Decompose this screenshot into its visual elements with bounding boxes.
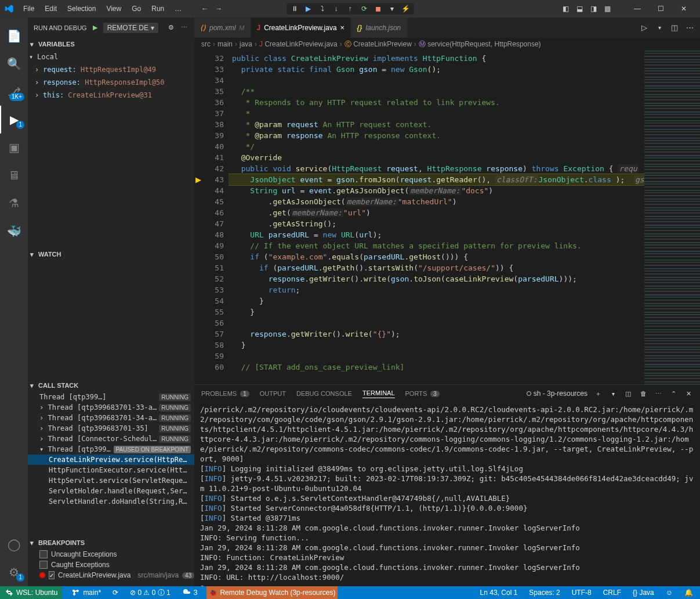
- code-line[interactable]: *: [229, 108, 644, 119]
- code-line[interactable]: .get(memberName:"url"): [229, 207, 644, 218]
- thread-row[interactable]: › Thread [qtp399683701-33-acce…RUNNING: [28, 402, 194, 413]
- tab-close-icon[interactable]: ×: [340, 23, 345, 32]
- remote-indicator[interactable]: WSL: Ubuntu: [0, 586, 62, 599]
- code-line[interactable]: @Override: [229, 152, 644, 163]
- code-line[interactable]: [229, 317, 644, 329]
- code-line[interactable]: * Responds to any HTTP request related t…: [229, 97, 644, 108]
- notifications-icon[interactable]: 🔔: [682, 589, 695, 597]
- start-debug-icon[interactable]: ▶: [90, 23, 100, 33]
- code-line[interactable]: .getAsString();: [229, 218, 644, 229]
- code-line[interactable]: [229, 351, 644, 362]
- breadcrumb-item[interactable]: java: [240, 40, 252, 48]
- step-into-icon[interactable]: ↓: [332, 4, 341, 13]
- menu-view[interactable]: View: [101, 2, 126, 15]
- code-line[interactable]: URL parsedURL = new URL(url);: [229, 229, 644, 240]
- panel-bottom-icon[interactable]: ⬓: [575, 4, 584, 13]
- more-icon[interactable]: ⋯: [179, 23, 188, 33]
- breakpoint-row[interactable]: Uncaught Exceptions: [28, 549, 194, 560]
- breadcrumb-item[interactable]: Ⓒ CreateLinkPreview: [344, 39, 412, 49]
- stop-icon[interactable]: ◼: [373, 4, 383, 13]
- variable-row[interactable]: ›response: HttpResponseImpl@50: [28, 76, 194, 89]
- scope-local[interactable]: ▾Local: [28, 50, 194, 63]
- panel-close-icon[interactable]: ✕: [684, 389, 693, 398]
- code-line[interactable]: .getAsJsonObject(memberName:"matchedUrl"…: [229, 196, 644, 207]
- section-breakpoints-header[interactable]: ▾BREAKPOINTS: [28, 536, 194, 549]
- editor-tab[interactable]: JCreateLinkPreview.java×: [251, 17, 351, 38]
- debug-settings-icon[interactable]: ⚙: [166, 23, 176, 33]
- thread-row[interactable]: › Thread [qtp399683701-34-acce…RUNNING: [28, 413, 194, 423]
- menu-file[interactable]: File: [19, 2, 39, 15]
- code-line[interactable]: */: [229, 141, 644, 152]
- minimap[interactable]: [644, 50, 700, 384]
- run-debug-icon[interactable]: ▶1: [0, 106, 28, 133]
- code-line[interactable]: }: [229, 306, 644, 317]
- stack-frame[interactable]: HttpServlet.service(ServletRequest,S: [28, 475, 194, 486]
- continue-icon[interactable]: ▶: [304, 4, 313, 13]
- extensions-icon[interactable]: ▣: [0, 133, 28, 161]
- debug-status[interactable]: 🐞 Remote Debug Watch (3p-resources): [206, 586, 338, 599]
- thread-row[interactable]: › Thread [Connector-Scheduler-…RUNNING: [28, 434, 194, 444]
- breakpoint-checkbox[interactable]: [49, 571, 55, 579]
- breadcrumb-item[interactable]: main: [217, 40, 233, 48]
- language-mode[interactable]: {} Java: [630, 589, 657, 597]
- breadcrumbs[interactable]: src›main›java›J CreateLinkPreview.java›Ⓒ…: [194, 38, 700, 50]
- breakpoint-checkbox[interactable]: [39, 561, 48, 569]
- debug-config-select[interactable]: Remote De▾: [103, 23, 158, 33]
- terminal-dropdown-icon[interactable]: ▾: [608, 389, 618, 398]
- menu-selection[interactable]: Selection: [63, 2, 100, 15]
- close-icon[interactable]: ✕: [672, 0, 695, 17]
- terminal-output[interactable]: /pierrick/.m2/repository/io/cloudevents/…: [194, 402, 700, 586]
- stack-frame[interactable]: ServletHandler.doHandle(String,Reque: [28, 496, 194, 507]
- accounts-icon[interactable]: ◯: [0, 531, 28, 558]
- nav-forward-icon[interactable]: →: [214, 4, 223, 13]
- breadcrumb-item[interactable]: J CreateLinkPreview.java: [259, 40, 338, 48]
- cursor-position[interactable]: Ln 43, Col 1: [478, 589, 520, 597]
- restart-icon[interactable]: ⟳: [360, 4, 369, 13]
- dropdown-icon[interactable]: ▾: [387, 4, 397, 13]
- code-line[interactable]: if ("example.com".equals(parsedURL.getHo…: [229, 251, 644, 262]
- code-line[interactable]: String url = event.getAsJsonObject(membe…: [229, 185, 644, 196]
- eol[interactable]: CRLF: [601, 589, 623, 597]
- code-line[interactable]: * @param request An HTTP request context…: [229, 119, 644, 130]
- sync-icon[interactable]: ⟳: [110, 589, 121, 597]
- hot-reload-icon[interactable]: ⚡: [401, 4, 411, 13]
- code-line[interactable]: JsonObject event = gson.fromJson(request…: [229, 174, 644, 185]
- new-terminal-icon[interactable]: ＋: [593, 389, 603, 398]
- code-line[interactable]: /**: [229, 86, 644, 97]
- pause-icon[interactable]: ⏸: [290, 4, 299, 13]
- kill-terminal-icon[interactable]: 🗑: [639, 389, 648, 398]
- code-line[interactable]: public void service(HttpRequest request,…: [229, 163, 644, 174]
- explorer-icon[interactable]: 📄: [0, 22, 28, 50]
- code-line[interactable]: }: [229, 340, 644, 351]
- menu-edit[interactable]: Edit: [40, 2, 61, 15]
- breadcrumb-item[interactable]: Ⓜ service(HttpRequest, HttpResponse): [419, 39, 541, 49]
- code-line[interactable]: // [START add_ons_case_preview_link]: [229, 362, 644, 373]
- remote-explorer-icon[interactable]: 🖥: [0, 161, 28, 189]
- more-actions-icon[interactable]: ⋯: [685, 23, 694, 33]
- code-line[interactable]: if (parsedURL.getPath().startsWith("/sup…: [229, 262, 644, 273]
- step-over-icon[interactable]: ⤵: [318, 4, 327, 13]
- panel-tab-ports[interactable]: PORTS3: [405, 389, 440, 398]
- code-line[interactable]: response.getWriter().write(gson.toJson(c…: [229, 273, 644, 284]
- feedback-icon[interactable]: ☺: [663, 589, 675, 597]
- menu-…[interactable]: …: [170, 2, 186, 15]
- panel-tab-terminal[interactable]: TERMINAL: [362, 389, 395, 398]
- layout-icon[interactable]: ▦: [603, 4, 612, 13]
- problems-status[interactable]: ⊘ 0 ⚠ 0 ⓘ 1: [128, 588, 173, 598]
- caret-down-icon[interactable]: ▾: [655, 23, 664, 33]
- variable-row[interactable]: ›this: CreateLinkPreview@31: [28, 89, 194, 102]
- editor[interactable]: ▶ 32333435363738394041424344454647484950…: [194, 50, 700, 384]
- panel-maximize-icon[interactable]: ⌃: [669, 389, 678, 398]
- panel-left-icon[interactable]: ◧: [561, 4, 570, 13]
- code-line[interactable]: private static final Gson gson = new Gso…: [229, 64, 644, 75]
- minimize-icon[interactable]: —: [626, 0, 649, 17]
- git-branch[interactable]: main*: [69, 588, 103, 597]
- panel-more-icon[interactable]: ⋯: [654, 389, 663, 398]
- stack-frame[interactable]: HttpFunctionExecutor.service(HttpSer: [28, 465, 194, 475]
- section-callstack-header[interactable]: ▾CALL STACK: [28, 379, 194, 392]
- run-icon[interactable]: ▷: [640, 23, 649, 33]
- code-line[interactable]: [229, 75, 644, 86]
- ports-status[interactable]: 3: [180, 588, 200, 597]
- code-line[interactable]: public class CreateLinkPreview implement…: [229, 53, 644, 64]
- terminal-shell-indicator[interactable]: sh - 3p-resources: [527, 389, 587, 398]
